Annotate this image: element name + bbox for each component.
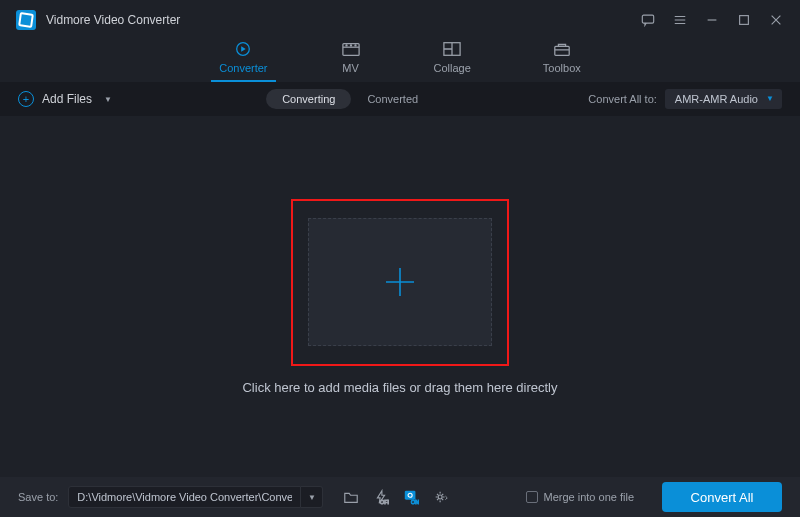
save-path-dropdown[interactable]: ▼ — [301, 486, 323, 508]
chevron-down-icon: ▼ — [104, 95, 112, 104]
svg-text:OFF: OFF — [380, 499, 389, 505]
hardware-accel-button[interactable]: OFF — [371, 487, 391, 507]
convert-all-label: Convert All to: — [588, 93, 656, 105]
chevron-down-icon: ▼ — [766, 94, 774, 103]
tab-label: Converter — [219, 62, 267, 74]
window-controls — [640, 12, 784, 28]
app-title: Vidmore Video Converter — [46, 13, 180, 27]
svg-text:ON: ON — [411, 499, 419, 505]
save-path-group: ▼ — [68, 486, 323, 508]
plus-icon — [382, 264, 418, 300]
close-button[interactable] — [768, 12, 784, 28]
format-selected-value: AMR-AMR Audio — [675, 93, 758, 105]
drop-hint: Click here to add media files or drag th… — [242, 380, 557, 395]
main-area: Click here to add media files or drag th… — [0, 116, 800, 477]
svg-rect-9 — [555, 46, 569, 55]
tab-converting[interactable]: Converting — [266, 89, 351, 109]
svg-point-5 — [345, 45, 346, 46]
svg-rect-0 — [642, 15, 653, 23]
checkbox-icon — [526, 491, 538, 503]
feedback-icon[interactable] — [640, 12, 656, 28]
app-logo-icon — [16, 10, 36, 30]
svg-rect-1 — [740, 16, 749, 25]
high-speed-button[interactable]: ON — [401, 487, 421, 507]
merge-checkbox[interactable]: Merge into one file — [526, 491, 635, 503]
top-nav: Converter MV Collage Toolbox — [0, 40, 800, 82]
tab-label: MV — [342, 62, 359, 74]
tab-label: Collage — [434, 62, 471, 74]
tab-converter[interactable]: Converter — [211, 40, 275, 82]
subbar: + Add Files ▼ Converting Converted Conve… — [0, 82, 800, 116]
add-files-label: Add Files — [42, 92, 92, 106]
titlebar: Vidmore Video Converter — [0, 0, 800, 40]
menu-icon[interactable] — [672, 12, 688, 28]
svg-marker-3 — [242, 46, 247, 51]
tab-collage[interactable]: Collage — [426, 40, 479, 80]
tab-mv[interactable]: MV — [332, 40, 370, 80]
status-segmented: Converting Converted — [266, 89, 434, 109]
convert-all-button[interactable]: Convert All — [662, 482, 782, 512]
drop-zone[interactable] — [308, 218, 492, 346]
add-files-button[interactable]: + Add Files ▼ — [18, 91, 112, 107]
footer: Save to: ▼ OFF ON Merge into one file Co… — [0, 477, 800, 517]
settings-button[interactable] — [431, 487, 451, 507]
svg-point-14 — [439, 495, 443, 499]
tab-toolbox[interactable]: Toolbox — [535, 40, 589, 80]
mv-icon — [340, 40, 362, 58]
plus-circle-icon: + — [18, 91, 34, 107]
save-to-label: Save to: — [18, 491, 58, 503]
drop-highlight-frame — [291, 199, 509, 366]
footer-icons: OFF ON — [341, 487, 451, 507]
save-path-input[interactable] — [68, 486, 301, 508]
maximize-button[interactable] — [736, 12, 752, 28]
collage-icon — [441, 40, 463, 58]
format-select[interactable]: AMR-AMR Audio ▼ — [665, 89, 782, 109]
minimize-button[interactable] — [704, 12, 720, 28]
svg-point-7 — [354, 45, 355, 46]
open-folder-button[interactable] — [341, 487, 361, 507]
tab-converted[interactable]: Converted — [351, 89, 434, 109]
tab-label: Toolbox — [543, 62, 581, 74]
convert-all-to: Convert All to: AMR-AMR Audio ▼ — [588, 89, 782, 109]
converter-icon — [232, 40, 254, 58]
merge-label: Merge into one file — [544, 491, 635, 503]
toolbox-icon — [551, 40, 573, 58]
svg-point-6 — [350, 45, 351, 46]
